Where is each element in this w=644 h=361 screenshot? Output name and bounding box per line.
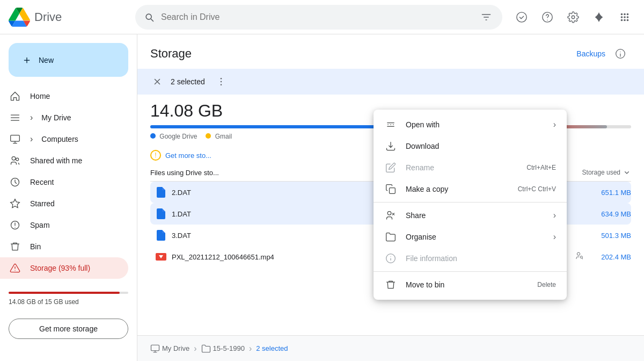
page-title: Storage — [150, 47, 192, 61]
sidebar-item-starred[interactable]: Starred — [0, 193, 128, 214]
sidebar-item-home[interactable]: Home — [0, 85, 128, 107]
menu-item-file-info: File information — [374, 248, 567, 269]
svg-rect-27 — [390, 188, 396, 194]
sidebar-item-bin[interactable]: Bin — [0, 236, 128, 257]
search-filter-button[interactable] — [479, 10, 494, 25]
menu-divider-1 — [374, 202, 567, 203]
open-with-icon — [384, 119, 397, 130]
breadcrumb: My Drive › 15-5-1990 › 2 selected — [137, 335, 644, 361]
menu-item-share-label: Share — [406, 211, 545, 220]
sort-button[interactable]: Storage used — [582, 168, 631, 177]
breadcrumb-folder[interactable]: 15-5-1990 — [201, 344, 245, 353]
svg-point-23 — [580, 256, 582, 258]
main-content: Storage Backups 2 selected — [137, 34, 644, 361]
menu-item-make-copy[interactable]: Make a copy Ctrl+C Ctrl+V — [374, 178, 567, 200]
deselect-button[interactable] — [150, 75, 164, 89]
svg-point-22 — [577, 252, 580, 255]
gmail-dot — [206, 133, 211, 139]
svg-point-0 — [517, 12, 526, 21]
svg-point-28 — [387, 212, 391, 215]
menu-item-rename: Rename Ctrl+Alt+E — [374, 157, 567, 178]
sidebar-storage-info: 14.08 GB of 15 GB used — [9, 287, 128, 306]
svg-point-9 — [621, 19, 623, 21]
files-section-title: Files using Drive sto... — [150, 169, 219, 177]
gemini-button[interactable] — [588, 6, 610, 28]
file-info-icon — [384, 253, 397, 264]
starred-icon — [9, 198, 21, 209]
backups-button[interactable]: Backups — [576, 49, 605, 58]
help-button[interactable] — [537, 6, 558, 28]
file-icon-1 — [150, 186, 172, 199]
svg-rect-30 — [151, 345, 159, 351]
organise-icon — [384, 232, 397, 242]
sidebar-item-spam[interactable]: Spam — [0, 214, 128, 236]
menu-item-move-to-bin[interactable]: Move to bin Delete — [374, 274, 567, 295]
svg-point-18 — [221, 78, 222, 80]
menu-item-share[interactable]: Share › — [374, 205, 567, 226]
breadcrumb-my-drive[interactable]: My Drive — [150, 344, 189, 353]
file-size-3: 501.3 MB — [588, 232, 631, 240]
copy-icon — [384, 184, 397, 194]
svg-point-11 — [627, 19, 629, 21]
shared-icon-4 — [575, 251, 588, 262]
menu-item-open-with[interactable]: Open with › — [374, 114, 567, 135]
svg-rect-12 — [11, 135, 20, 142]
body: ＋ New Home › My Drive › Computers — [0, 34, 644, 361]
settings-button[interactable] — [562, 6, 584, 28]
sidebar-storage-bar — [9, 292, 128, 294]
sidebar-item-storage-label: Storage (93% full) — [30, 264, 90, 272]
more-options-button[interactable] — [211, 74, 231, 89]
move-to-bin-shortcut: Delete — [537, 281, 556, 288]
get-more-storage-button[interactable]: Get more storage — [9, 319, 128, 339]
search-input[interactable] — [161, 12, 472, 22]
sidebar-storage-text: 14.08 GB of 15 GB used — [9, 298, 79, 306]
main-header: Storage Backups — [137, 34, 644, 69]
svg-point-19 — [221, 81, 222, 83]
computers-icon — [9, 134, 21, 145]
sidebar-item-computers-label: Computers — [41, 135, 78, 143]
svg-point-7 — [624, 16, 626, 18]
legend-gmail: Gmail — [206, 133, 232, 140]
sidebar-item-starred-label: Starred — [30, 199, 55, 208]
my-drive-chevron: › — [30, 113, 33, 122]
svg-point-26 — [393, 124, 394, 125]
sidebar-item-my-drive[interactable]: › My Drive — [0, 107, 128, 128]
menu-item-organise-label: Organise — [406, 233, 545, 241]
menu-item-make-copy-label: Make a copy — [406, 185, 509, 193]
header-right — [511, 6, 635, 28]
recent-icon — [9, 177, 21, 187]
menu-item-download[interactable]: Download — [374, 135, 567, 157]
sidebar-storage-bar-fill — [9, 292, 120, 294]
file-icon-2 — [150, 207, 172, 220]
svg-point-3 — [621, 13, 623, 15]
sidebar-item-storage[interactable]: Storage (93% full) — [0, 257, 128, 279]
selected-count: 2 selected — [171, 77, 205, 86]
svg-point-25 — [387, 124, 389, 125]
breadcrumb-arrow-2: › — [249, 344, 252, 353]
spam-icon — [9, 220, 21, 230]
apps-button[interactable] — [614, 6, 635, 28]
sidebar-item-shared-label: Shared with me — [30, 156, 82, 165]
checklist-button[interactable] — [511, 6, 532, 28]
sidebar-item-bin-label: Bin — [30, 242, 41, 251]
new-button[interactable]: ＋ New — [9, 43, 128, 77]
logo-area: Drive — [9, 6, 127, 28]
bin-icon — [9, 241, 21, 252]
file-icon-3 — [150, 229, 172, 242]
search-icon — [144, 12, 155, 23]
info-button[interactable] — [610, 43, 631, 64]
svg-point-20 — [221, 84, 222, 86]
menu-item-open-with-label: Open with — [406, 120, 545, 129]
sidebar-item-shared-with-me[interactable]: Shared with me — [0, 150, 128, 171]
svg-point-24 — [390, 124, 391, 125]
search-bar[interactable] — [135, 5, 502, 30]
new-button-label: New — [39, 56, 54, 64]
menu-item-organise[interactable]: Organise › — [374, 226, 567, 248]
sidebar-item-computers[interactable]: › Computers — [0, 128, 128, 150]
sidebar-item-recent[interactable]: Recent — [0, 171, 128, 193]
header: Drive — [0, 0, 644, 34]
my-drive-icon — [9, 112, 21, 123]
google-drive-dot — [150, 133, 156, 139]
menu-item-move-to-bin-label: Move to bin — [406, 280, 529, 289]
sidebar-item-recent-label: Recent — [30, 178, 54, 186]
